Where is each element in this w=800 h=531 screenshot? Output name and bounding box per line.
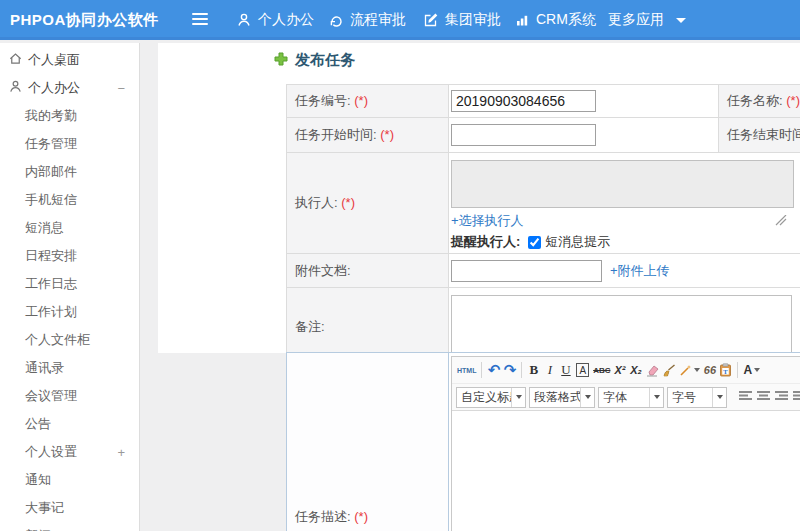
sidebar-item-meeting[interactable]: 会议管理	[0, 382, 139, 410]
chevron-down-icon	[754, 368, 760, 372]
top-navbar: PHPOA协同办公软件 个人办公 流程审批	[0, 0, 800, 40]
resize-grip-icon[interactable]	[775, 212, 787, 230]
sms-remind-checkbox[interactable]	[528, 236, 541, 249]
paragraph-format-dropdown[interactable]: 段落格式	[529, 387, 595, 408]
task-no-label: 任务编号: (*)	[287, 85, 449, 118]
strikethrough-button[interactable]: ABC	[592, 360, 611, 380]
editor-toolbar-row2: 自定义标题 段落格式 字体 字号	[452, 384, 800, 411]
nav-label: 更多应用	[608, 11, 664, 29]
sidebar-item-news[interactable]: 新闻	[0, 522, 139, 531]
sidebar-item-personal-settings[interactable]: 个人设置 +	[0, 438, 139, 466]
sidebar-item-file-cabinet[interactable]: 个人文件柜	[0, 326, 139, 354]
description-section: 任务描述: (*) HTML ↶ ↷ B I U A ABC X² X₂	[286, 352, 800, 531]
bold-button[interactable]: B	[526, 360, 541, 380]
nav-label: CRM系统	[536, 11, 596, 29]
remind-executor-label: 提醒执行人:	[451, 233, 520, 251]
nav-label: 流程审批	[350, 11, 406, 29]
font-color-button[interactable]: A	[742, 360, 761, 380]
redo-icon[interactable]: ↷	[502, 360, 517, 380]
edit-icon	[423, 12, 439, 28]
rich-text-editor: HTML ↶ ↷ B I U A ABC X² X₂	[451, 356, 800, 531]
align-left-icon[interactable]	[739, 388, 752, 406]
align-justify-icon[interactable]	[793, 388, 800, 406]
executor-textarea[interactable]	[451, 160, 794, 208]
sidebar-item-attendance[interactable]: 我的考勤	[0, 102, 139, 130]
user-icon	[236, 12, 252, 28]
sidebar-item-sms[interactable]: 手机短信	[0, 186, 139, 214]
expand-plus-icon[interactable]: +	[117, 445, 125, 460]
sidebar-item-personal-office[interactable]: 个人办公 −	[0, 74, 139, 102]
align-right-icon[interactable]	[775, 388, 788, 406]
superscript-button[interactable]: X²	[612, 360, 627, 380]
description-label: 任务描述: (*)	[287, 353, 449, 531]
editor-toolbar-row1: HTML ↶ ↷ B I U A ABC X² X₂	[452, 357, 800, 384]
blockquote-button[interactable]: 66	[702, 360, 717, 380]
page-header: 发布任务	[274, 51, 355, 70]
nav-workflow-approval[interactable]: 流程审批	[328, 0, 406, 40]
task-no-input[interactable]	[451, 90, 596, 112]
collapse-minus-icon[interactable]: −	[117, 81, 125, 96]
chevron-down-icon	[694, 368, 700, 372]
format-brush-icon[interactable]	[661, 360, 677, 380]
sidebar-item-internal-mail[interactable]: 内部邮件	[0, 158, 139, 186]
alignment-buttons	[739, 388, 800, 406]
attachment-label: 附件文档:	[287, 254, 449, 288]
app-logo: PHPOA协同办公软件	[10, 0, 159, 40]
sidebar-item-announcement[interactable]: 公告	[0, 410, 139, 438]
sidebar-item-notice[interactable]: 通知	[0, 466, 139, 494]
italic-button[interactable]: I	[542, 360, 557, 380]
chevron-down-icon	[580, 388, 594, 407]
nav-crm-system[interactable]: CRM系统	[514, 0, 596, 40]
chevron-down-icon	[511, 388, 525, 407]
chevron-down-icon	[676, 18, 686, 23]
start-time-input[interactable]	[451, 124, 596, 146]
task-name-label: 任务名称: (*)	[719, 85, 800, 118]
hamburger-menu-icon[interactable]	[192, 13, 208, 27]
sidebar-item-work-plan[interactable]: 工作计划	[0, 298, 139, 326]
sidebar-menu: 个人桌面 个人办公 − 我的考勤 任务管理 内部邮件 手机短信 短消息 日程安排…	[0, 43, 140, 531]
start-time-label: 任务开始时间: (*)	[287, 118, 449, 153]
workflow-icon	[328, 12, 344, 28]
html-source-button[interactable]: HTML	[456, 360, 477, 380]
attachment-upload-link[interactable]: +附件上传	[610, 262, 670, 280]
paste-text-icon[interactable]: T	[718, 360, 733, 380]
autotypeset-wand-icon[interactable]	[678, 360, 701, 380]
align-center-icon[interactable]	[757, 388, 770, 406]
sidebar-item-task-management[interactable]: 任务管理	[0, 130, 139, 158]
editor-content-area[interactable]	[452, 411, 800, 531]
sms-option-label: 短消息提示	[545, 233, 610, 251]
select-executor-link[interactable]: +选择执行人	[451, 212, 524, 230]
page-title: 发布任务	[295, 51, 355, 70]
custom-title-dropdown[interactable]: 自定义标题	[456, 387, 526, 408]
sidebar-item-short-message[interactable]: 短消息	[0, 214, 139, 242]
sidebar-item-schedule[interactable]: 日程安排	[0, 242, 139, 270]
subscript-button[interactable]: X₂	[628, 360, 643, 380]
nav-group-approval[interactable]: 集团审批	[423, 0, 501, 40]
nav-more-apps[interactable]: 更多应用	[608, 0, 686, 40]
user-icon	[8, 79, 23, 97]
sidebar-item-desktop[interactable]: 个人桌面	[0, 46, 139, 74]
svg-text:T: T	[724, 368, 729, 375]
font-family-dropdown[interactable]: 字体	[598, 387, 664, 408]
font-size-dropdown[interactable]: 字号	[667, 387, 727, 408]
eraser-icon[interactable]	[644, 360, 660, 380]
executor-label: 执行人: (*)	[287, 153, 449, 254]
chevron-down-icon	[712, 388, 726, 407]
underline-button[interactable]: U	[558, 360, 573, 380]
end-time-label: 任务结束时间: (*)	[719, 118, 800, 153]
task-form-table: 任务编号: (*) 任务名称: (*) 任务开始时间: (*) 任务结束时间: …	[286, 84, 800, 367]
undo-icon[interactable]: ↶	[486, 360, 501, 380]
attachment-input[interactable]	[451, 260, 602, 282]
home-icon	[8, 51, 23, 69]
chevron-down-icon	[649, 388, 663, 407]
sidebar-item-contacts[interactable]: 通讯录	[0, 354, 139, 382]
bar-chart-icon	[514, 12, 530, 28]
nav-label: 集团审批	[445, 11, 501, 29]
sidebar-item-work-log[interactable]: 工作日志	[0, 270, 139, 298]
remark-textarea[interactable]	[451, 295, 792, 359]
app-window: PHPOA协同办公软件 个人办公 流程审批	[0, 0, 800, 531]
nav-personal-office[interactable]: 个人办公	[236, 0, 314, 40]
sidebar-item-events[interactable]: 大事记	[0, 494, 139, 522]
add-plus-icon	[274, 52, 288, 70]
text-style-button[interactable]: A	[576, 363, 589, 377]
